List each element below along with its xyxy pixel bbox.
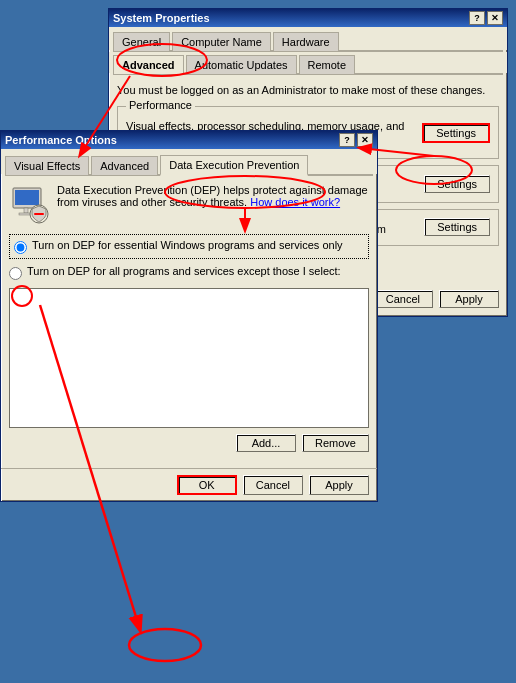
svg-rect-1: [15, 190, 39, 205]
perf-bottom-buttons: OK Cancel Apply: [1, 468, 377, 501]
perf-title-buttons: ? ✕: [339, 133, 373, 147]
dep-radio2-container: Turn on DEP for all programs and service…: [9, 265, 369, 280]
title-bar-buttons: ? ✕: [469, 11, 503, 25]
dep-radio1-container: Turn on DEP for essential Windows progra…: [9, 234, 369, 259]
startup-settings-button[interactable]: Settings: [424, 218, 490, 236]
perf-opts-title: Performance Options: [5, 134, 117, 146]
sys-props-title: System Properties: [113, 12, 210, 24]
dep-radio1[interactable]: [14, 241, 27, 254]
performance-label: Performance: [126, 99, 195, 111]
dep-add-button[interactable]: Add...: [236, 434, 296, 452]
dep-link[interactable]: How does it work?: [250, 196, 340, 208]
help-button[interactable]: ?: [469, 11, 485, 25]
tab-automatic-updates[interactable]: Automatic Updates: [186, 55, 297, 74]
tab-advanced-perf[interactable]: Advanced: [91, 156, 158, 175]
info-text: You must be logged on as an Administrato…: [117, 83, 499, 98]
dep-radio1-label: Turn on DEP for essential Windows progra…: [32, 239, 343, 251]
svg-rect-2: [24, 208, 28, 213]
perf-help-button[interactable]: ?: [339, 133, 355, 147]
perf-apply-button[interactable]: Apply: [309, 475, 369, 495]
performance-options-window: Performance Options ? ✕ Visual Effects A…: [0, 130, 378, 502]
dep-radio2[interactable]: [9, 267, 22, 280]
close-button[interactable]: ✕: [487, 11, 503, 25]
tab-visual-effects[interactable]: Visual Effects: [5, 156, 89, 175]
svg-rect-5: [34, 213, 44, 215]
sys-cancel-button[interactable]: Cancel: [373, 290, 433, 308]
tab-computer-name[interactable]: Computer Name: [172, 32, 271, 51]
dep-icon: [9, 184, 49, 224]
tab-hardware[interactable]: Hardware: [273, 32, 339, 51]
dep-description: Data Execution Prevention (DEP) helps pr…: [57, 184, 369, 224]
tab-remote[interactable]: Remote: [299, 55, 356, 74]
dep-remove-button[interactable]: Remove: [302, 434, 369, 452]
user-profiles-settings-button[interactable]: Settings: [424, 175, 490, 193]
tab-advanced[interactable]: Advanced: [113, 55, 184, 74]
tab-general[interactable]: General: [113, 32, 170, 51]
svg-point-10: [129, 629, 201, 661]
perf-opts-title-bar: Performance Options ? ✕: [1, 131, 377, 149]
dep-list-box[interactable]: [9, 288, 369, 428]
perf-ok-button[interactable]: OK: [177, 475, 237, 495]
perf-cancel-button[interactable]: Cancel: [243, 475, 303, 495]
sys-apply-button[interactable]: Apply: [439, 290, 499, 308]
perf-content: Data Execution Prevention (DEP) helps pr…: [1, 176, 377, 468]
tab-dep[interactable]: Data Execution Prevention: [160, 155, 308, 176]
dep-radio2-label: Turn on DEP for all programs and service…: [27, 265, 341, 277]
dep-list-buttons: Add... Remove: [9, 434, 369, 452]
performance-settings-button[interactable]: Settings: [422, 123, 490, 143]
dep-section: Data Execution Prevention (DEP) helps pr…: [9, 184, 369, 224]
sys-props-title-bar: System Properties ? ✕: [109, 9, 507, 27]
perf-close-button[interactable]: ✕: [357, 133, 373, 147]
